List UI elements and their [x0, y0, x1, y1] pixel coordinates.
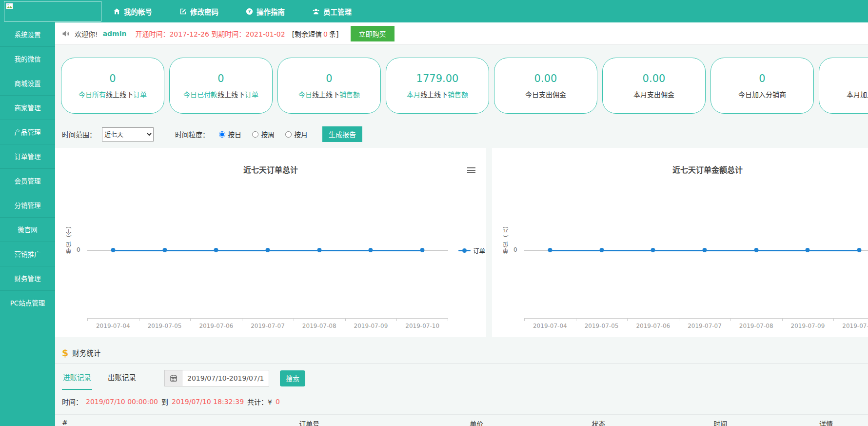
- x-tick-label: 2019-07-08: [294, 323, 345, 329]
- data-point: [703, 248, 707, 252]
- account-period: 开通时间：2017-12-26 到期时间：2021-01-02: [135, 29, 285, 39]
- sidebar-item-marketing[interactable]: 营销推广: [0, 242, 55, 266]
- col-time: 时间: [713, 419, 819, 426]
- to-label: 到: [161, 397, 168, 406]
- stat-label: 今日支出佣金: [525, 89, 566, 99]
- sidebar-item-merchant-mgmt[interactable]: 商家管理: [0, 96, 55, 120]
- data-point: [754, 248, 758, 252]
- menu-my-account[interactable]: 我的帐号: [113, 6, 152, 17]
- start-time: 2019/07/10 00:00:00: [86, 398, 158, 406]
- x-axis: [87, 318, 448, 319]
- x-tick-label: 2019-07-09: [782, 323, 834, 329]
- granularity-label: 时间粒度：: [175, 129, 209, 139]
- stat-card-month-sales: 1779.00 本月线上线下销售额: [386, 58, 489, 114]
- data-point: [111, 248, 115, 252]
- welcome-bar: 欢迎你! admin 开通时间：2017-12-26 到期时间：2021-01-…: [55, 22, 868, 45]
- x-axis-labels: 2019-07-04 2019-07-05 2019-07-06 2019-07…: [87, 323, 448, 329]
- sidebar-item-pc-site-mgmt[interactable]: PC站点管理: [0, 291, 55, 315]
- radio-by-month[interactable]: 按月: [285, 129, 308, 139]
- stat-card-today-paid-orders: 0 今日已付款线上线下订单: [169, 58, 273, 114]
- x-tick-label: 2019-07-06: [190, 323, 242, 329]
- logo: [4, 1, 101, 21]
- sidebar-item-mall-settings[interactable]: 商城设置: [0, 71, 55, 96]
- buy-now-button[interactable]: 立即购买: [351, 26, 395, 41]
- data-point: [599, 248, 604, 252]
- menu-guide[interactable]: ? 操作指南: [246, 6, 285, 17]
- sidebar-item-product-mgmt[interactable]: 产品管理: [0, 120, 55, 144]
- chart-toolbox-icon[interactable]: [467, 167, 475, 175]
- col-order-no: 订单号: [299, 419, 470, 426]
- stat-card-today-sales: 0 今日线上线下销售额: [277, 58, 381, 114]
- y-axis-tick: 0: [77, 246, 80, 253]
- data-point: [548, 248, 552, 252]
- search-button[interactable]: 搜索: [280, 370, 305, 386]
- orders-chart-panel: 近七天订单总计 单位（个） 0 2019-07-04: [55, 148, 486, 337]
- date-range-input[interactable]: [182, 370, 269, 386]
- calendar-icon: [170, 374, 178, 382]
- stat-value: 0: [109, 73, 116, 84]
- radio-by-week-input[interactable]: [252, 131, 258, 138]
- tab-outgoing-records[interactable]: 出账记录: [107, 366, 137, 390]
- stat-value: 1779.00: [416, 73, 459, 84]
- x-tick-label: 2019-07-10: [833, 323, 868, 329]
- users-icon: [312, 8, 320, 15]
- menu-change-password[interactable]: 修改密码: [179, 6, 218, 17]
- stat-label: 今日所有线上线下订单: [79, 89, 147, 99]
- data-point: [162, 248, 167, 252]
- tab-income-records[interactable]: 进账记录: [62, 366, 92, 390]
- col-index: #: [55, 419, 299, 426]
- legend-line-symbol: [458, 250, 471, 251]
- chart-title: 近七天订单金额总计: [492, 163, 868, 175]
- y-axis-label: 单位（个）: [65, 222, 73, 254]
- sidebar-item-system-settings[interactable]: 系统设置: [0, 22, 55, 47]
- stat-card-today-distributors: 0 今日加入分销商: [710, 58, 814, 114]
- stat-value: 0: [759, 73, 765, 84]
- x-tick-label: 2019-07-07: [679, 323, 730, 329]
- chart-legend-orders[interactable]: 订单: [458, 246, 485, 255]
- speaker-icon: [62, 30, 70, 38]
- stat-value: 0: [217, 73, 224, 84]
- sidebar-item-finance-mgmt[interactable]: 财务管理: [0, 266, 55, 291]
- radio-label: 按月: [294, 129, 308, 139]
- end-time: 2019/07/10 18:32:39: [172, 398, 244, 406]
- sidebar-item-distribution-mgmt[interactable]: 分销管理: [0, 193, 55, 218]
- stat-label: 本月线上线下销售额: [407, 89, 468, 99]
- radio-by-month-input[interactable]: [285, 131, 292, 138]
- sidebar-item-member-mgmt[interactable]: 会员管理: [0, 169, 55, 193]
- stat-value: 0.00: [643, 73, 666, 84]
- col-status: 状态: [592, 419, 713, 426]
- sidebar-item-order-mgmt[interactable]: 订单管理: [0, 144, 55, 169]
- stat-label-part: 线上线下: [217, 91, 245, 99]
- generate-report-button[interactable]: 生成报告: [322, 126, 362, 142]
- x-tick-label: 2019-07-09: [345, 323, 397, 329]
- total-label: 共计：¥: [247, 397, 272, 406]
- chart-title: 近七天订单总计: [55, 163, 486, 175]
- stat-label-part: 线上线下: [420, 91, 448, 99]
- time-range-select[interactable]: 近七天: [102, 127, 154, 142]
- finance-table-header: # 订单号 单价 状态 时间 详情: [55, 414, 868, 426]
- radio-by-week[interactable]: 按周: [252, 129, 275, 139]
- finance-summary-line: 时间： 2019/07/10 00:00:00 到 2019/07/10 18:…: [55, 397, 868, 406]
- edit-icon: [179, 8, 187, 15]
- sidebar: 系统设置 我的微信 商城设置 商家管理 产品管理 订单管理 会员管理 分销管理 …: [0, 22, 55, 426]
- time-label: 时间：: [62, 397, 82, 406]
- finance-section-header: $ 财务统计: [55, 342, 868, 364]
- calendar-button[interactable]: [164, 370, 182, 386]
- radio-by-day[interactable]: 按日: [219, 129, 241, 139]
- home-icon: [113, 8, 120, 15]
- sidebar-item-my-wechat[interactable]: 我的微信: [0, 47, 55, 71]
- stat-value: 0.00: [534, 73, 557, 84]
- order-amount-chart-plot: 单位（元） 0: [524, 187, 868, 318]
- menu-staff[interactable]: 员工管理: [312, 6, 352, 17]
- stat-card-month-commission: 0.00 本月支出佣金: [602, 58, 706, 114]
- stat-label-part: 销售额: [448, 91, 468, 99]
- x-tick-label: 2019-07-04: [87, 323, 139, 329]
- finance-tabs-row: 进账记录 出账记录 搜索: [55, 366, 868, 390]
- x-tick-label: 2019-07-05: [139, 323, 191, 329]
- sidebar-item-micro-site[interactable]: 微官网: [0, 218, 55, 242]
- radio-by-day-input[interactable]: [219, 131, 225, 138]
- sms-remaining: [剩余短信0条]: [292, 29, 339, 39]
- stat-label-part: 本月: [407, 91, 420, 99]
- menu-label: 操作指南: [256, 6, 285, 17]
- finance-title: 财务统计: [72, 347, 100, 358]
